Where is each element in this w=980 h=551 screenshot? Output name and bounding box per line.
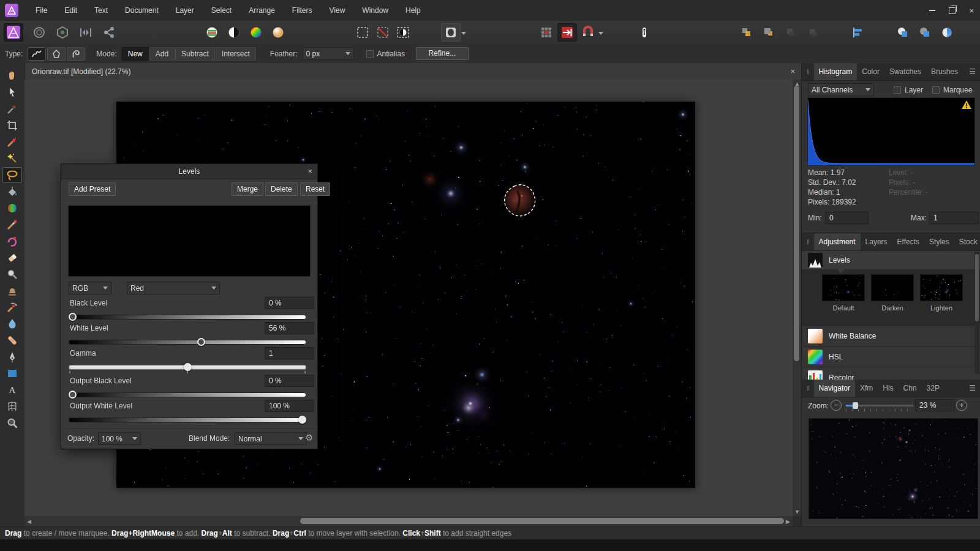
gamma-value[interactable]: 1 [265,347,314,359]
mode-new-button[interactable]: New [122,47,149,61]
output-black-level-handle[interactable] [69,391,77,399]
zoom-out-button[interactable]: − [831,400,842,411]
mode-intersect-button[interactable]: Intersect [216,47,256,61]
output-white-level-value[interactable]: 100 % [265,400,314,412]
magnet-dropdown-icon[interactable] [598,32,603,35]
panel-grip-icon[interactable]: ‖ [807,238,810,246]
affinity-photo-logo-button[interactable] [4,23,23,42]
vertical-scrollbar[interactable]: ▲ ▼ [793,80,801,516]
geometry-add-icon[interactable] [893,23,913,42]
black-level-value[interactable]: 0 % [265,297,314,309]
auto-contrast-icon[interactable] [224,23,244,42]
black-level-slider[interactable] [69,315,306,320]
horizontal-scroll-thumb[interactable] [300,518,784,524]
show-grid-icon[interactable] [537,23,556,42]
navigator-thumbnail[interactable] [809,419,978,519]
quick-mask-dropdown-icon[interactable] [461,32,466,35]
tab-histogram[interactable]: Histogram [814,63,858,80]
marquee-dashed-icon[interactable] [353,23,372,42]
minimize-button[interactable] [929,10,935,11]
geometry-subtract-icon[interactable] [915,23,935,42]
tab-swatches[interactable]: Swatches [884,63,926,80]
magnetic-type-button[interactable] [67,47,85,61]
liquify-persona-icon[interactable] [29,23,49,42]
layer-checkbox[interactable] [894,86,901,94]
preset-darken[interactable] [872,275,913,301]
horizontal-scrollbar[interactable]: ◀ ▶ [24,516,793,527]
crop-tool[interactable] [2,118,22,133]
gradient-tool[interactable] [2,200,22,216]
freehand-type-button[interactable] [28,47,46,61]
paint-brush-tool[interactable] [2,217,22,233]
tab-styles[interactable]: Styles [924,233,954,250]
polygonal-type-button[interactable] [47,47,66,61]
export-persona-icon[interactable] [99,23,119,42]
adjustment-scroll-thumb[interactable] [975,254,979,321]
white-level-handle[interactable] [197,338,205,346]
gamma-handle[interactable] [184,363,192,371]
auto-colours-icon[interactable] [246,23,266,42]
tab-his[interactable]: His [878,380,898,397]
scroll-right-icon[interactable]: ▶ [786,519,790,525]
panel-grip-icon[interactable]: ‖ [807,68,810,75]
tab-layers[interactable]: Layers [861,233,892,250]
scroll-left-icon[interactable]: ◀ [27,519,31,525]
tab-brushes[interactable]: Brushes [926,63,963,80]
develop-persona-icon[interactable] [53,23,72,42]
move-forward-icon[interactable] [759,23,778,42]
menu-item-select[interactable]: Select [203,0,240,21]
menu-item-layer[interactable]: Layer [167,0,203,21]
alignment-icon[interactable] [848,23,867,42]
refine-button[interactable]: Refine... [416,47,469,60]
tab-stock[interactable]: Stock [954,233,980,250]
move-backward-icon[interactable] [781,23,801,42]
menu-item-window[interactable]: Window [353,0,397,21]
panel-menu-icon[interactable]: ☰ [969,384,976,392]
zoom-slider-handle[interactable] [853,402,858,409]
healing-brush-tool[interactable] [2,332,22,348]
tab-navigator[interactable]: Navigator [814,380,855,397]
min-input[interactable]: 0 [825,212,869,224]
magnet-snap-icon[interactable] [578,23,598,42]
assistant-icon[interactable] [635,23,654,42]
panel-grip-icon[interactable]: ‖ [807,384,810,392]
mesh-warp-tool[interactable] [2,399,22,414]
geometry-divide-icon[interactable] [937,23,957,42]
tone-mapping-persona-icon[interactable] [76,23,96,42]
channel-master-select[interactable]: RGB [69,282,111,294]
tab-effects[interactable]: Effects [892,233,924,250]
pen-tool[interactable] [2,349,22,365]
feather-select[interactable]: 0 px [303,47,354,60]
zoom-tool[interactable] [2,415,22,431]
panel-menu-icon[interactable]: ☰ [969,67,976,76]
white-level-value[interactable]: 56 % [265,322,314,334]
levels-dialog-titlebar[interactable]: Levels × [61,164,317,179]
clone-stamp-tool[interactable] [2,283,22,299]
restore-button[interactable] [949,7,956,14]
delete-button[interactable]: Delete [265,182,298,196]
marquee-checkbox[interactable] [932,86,940,94]
erase-tool[interactable] [2,250,22,266]
opacity-select[interactable]: 100 % [98,432,141,445]
move-to-back-icon[interactable] [803,23,823,42]
adjustment-scrollbar[interactable] [974,252,979,374]
adjustment-item-white-balance[interactable]: White Balance [802,326,980,347]
levels-close-icon[interactable]: × [307,164,312,179]
max-input[interactable]: 1 [929,212,979,224]
undo-brush-tool[interactable] [2,299,22,315]
warning-icon[interactable] [962,100,971,109]
text-tool[interactable]: A [2,382,22,398]
mode-subtract-button[interactable]: Subtract [175,47,215,61]
menu-item-text[interactable]: Text [86,0,116,21]
view-tool[interactable] [2,68,22,84]
menu-item-document[interactable]: Document [116,0,167,21]
output-white-level-handle[interactable] [298,416,306,424]
auto-levels-icon[interactable] [202,23,222,42]
zoom-value-input[interactable]: 23 % [915,399,955,411]
adjustment-item-levels[interactable]: Levels [802,251,980,270]
output-black-level-value[interactable]: 0 % [265,375,314,387]
channel-sub-select[interactable]: Red [127,282,220,294]
dodge-brush-tool[interactable] [2,266,22,282]
zoom-in-button[interactable]: + [956,400,967,411]
tab-color[interactable]: Color [857,63,884,80]
